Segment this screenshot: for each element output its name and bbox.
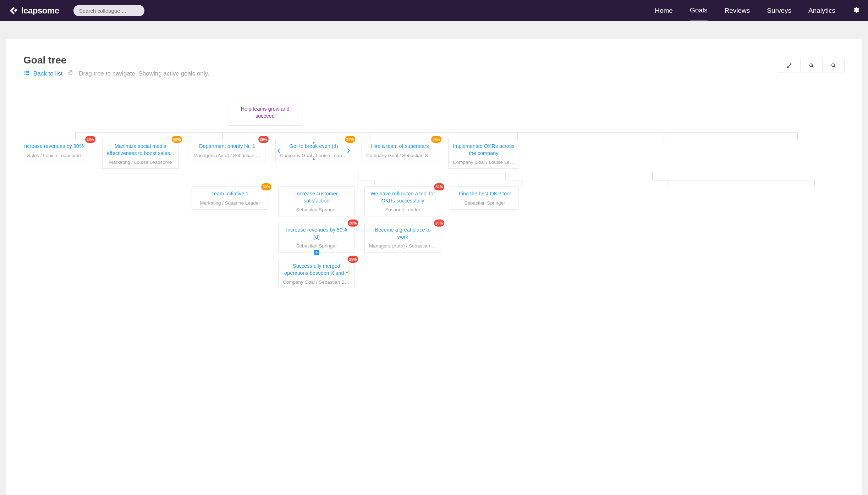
zoom-out-button[interactable] (822, 59, 844, 72)
list-icon (23, 69, 30, 78)
goal-title[interactable]: Hire a team of superstars (366, 143, 434, 150)
nav-goals[interactable]: Goals (690, 0, 708, 22)
progress-badge: 28% (348, 219, 358, 227)
back-to-list-link[interactable]: Back to list (23, 69, 62, 78)
goal-title[interactable]: ncrease revenues by 80% (23, 143, 88, 150)
main-panel: Goal tree Back to list Drag tree to navi… (6, 39, 862, 495)
back-to-list-label: Back to list (33, 70, 62, 77)
goal-node[interactable]: 32% We have roll-outed a tool for OKRs s… (364, 187, 441, 216)
page-title: Goal tree (23, 55, 845, 66)
page-subheader: Back to list Drag tree to navigate. Show… (23, 69, 845, 78)
goal-node[interactable]: 25% Successfully merged operations betwe… (278, 259, 355, 286)
progress-badge: 25% (348, 256, 358, 263)
goal-title[interactable]: Team Initiative 1 (196, 190, 264, 198)
progress-badge: 35% (431, 136, 441, 143)
goal-node[interactable]: 50% Team Initiative 1 Marketing / Susann… (192, 187, 268, 210)
search-input[interactable] (73, 5, 144, 16)
fullscreen-icon (786, 63, 792, 68)
goal-meta: Company Goal / Sebastian Springer (366, 153, 434, 158)
goal-meta: Company Goal / Louise Leapso (453, 160, 515, 165)
chevron-right-icon[interactable]: ❯ (347, 148, 350, 153)
search-wrapper (73, 5, 144, 16)
progress-badge: 28% (85, 136, 95, 143)
goal-meta: Marketing / Susanne Leader (196, 200, 264, 206)
gear-icon (852, 6, 859, 13)
top-navbar: leapsome Home Goals Reviews Surveys Anal… (0, 0, 868, 21)
goal-node[interactable]: Implemented OKRs across the company Comp… (448, 139, 519, 169)
brand-logo[interactable]: leapsome (9, 6, 59, 16)
goal-node[interactable]: 28% Increase revenues by 80% (d) Sebasti… (278, 223, 355, 252)
progress-badge: 32% (434, 183, 444, 190)
page-hint: Drag tree to navigate. Showing active go… (79, 70, 209, 77)
goal-meta: Managers (Auto) / Sebastian Sprin... (369, 243, 436, 249)
goal-meta: Susanne Leader (369, 207, 436, 212)
chevron-up-icon[interactable]: ▴ (313, 156, 315, 161)
nav-reviews[interactable]: Reviews (725, 0, 750, 21)
goal-meta: Sebastian Springer (283, 207, 350, 212)
nav-analytics[interactable]: Analytics (808, 0, 835, 21)
settings-button[interactable] (852, 6, 859, 15)
zoom-out-icon (831, 63, 836, 68)
goal-title[interactable]: Department priority Nr. 1 (193, 143, 261, 150)
goal-node[interactable]: 35% Hire a team of superstars Company Go… (362, 139, 438, 162)
progress-badge: 20% (434, 219, 444, 227)
goal-meta: Sales / Louise Leapsome (23, 153, 88, 158)
progress-badge: 29% (258, 136, 269, 143)
zoom-in-button[interactable] (800, 59, 822, 72)
primary-nav: Home Goals Reviews Surveys Analytics (655, 0, 859, 22)
goal-title[interactable]: Help teams grow and succeed (232, 106, 298, 119)
progress-badge: 50% (261, 183, 271, 190)
nav-surveys[interactable]: Surveys (767, 0, 791, 21)
goal-node[interactable]: Increase customer satisfaction Sebastian… (278, 187, 355, 216)
goal-meta: Managers (Auto) / Sebastian Sprin... (193, 153, 261, 158)
goal-tree-canvas[interactable]: Help teams grow and succeed 28% ncrease … (23, 87, 845, 286)
chevron-left-icon[interactable]: ❮ (277, 148, 281, 153)
progress-badge: 37% (345, 136, 355, 143)
leapsome-icon (9, 6, 18, 16)
add-child-button[interactable]: + (314, 250, 319, 255)
goal-meta: Sebastian Springer (283, 243, 350, 249)
goal-meta: Marketing / Louise Leapsome (107, 160, 174, 165)
goal-title[interactable]: Implemented OKRs across the company (453, 143, 515, 157)
zoom-controls (778, 59, 845, 72)
hand-icon (67, 69, 74, 78)
goal-title[interactable]: Find the best OKR tool (456, 190, 514, 198)
goal-title[interactable]: Increase revenues by 80% (d) (283, 227, 350, 240)
goal-node[interactable]: Find the best OKR tool Sebastian Springe… (451, 187, 518, 210)
goal-title[interactable]: Successfully merged operations between X… (283, 263, 350, 277)
goal-title[interactable]: We have roll-outed a tool for OKRs succe… (369, 190, 436, 204)
goal-node[interactable]: 37% ▾ ❮ ❯ ▴ Get to break even (d) Compan… (275, 139, 352, 162)
fullscreen-button[interactable] (778, 59, 800, 72)
brand-name: leapsome (21, 6, 59, 16)
goal-node[interactable]: 29% Department priority Nr. 1 Managers (… (189, 139, 265, 162)
chevron-down-icon[interactable]: ▾ (313, 140, 315, 145)
progress-badge: 58% (172, 136, 182, 143)
goal-root-node[interactable]: Help teams grow and succeed (228, 100, 302, 126)
goal-title[interactable]: Maximize social media effectiveness to b… (107, 143, 174, 157)
goal-title[interactable]: Become a great place to work (369, 227, 436, 240)
zoom-in-icon (809, 63, 814, 68)
goal-node[interactable]: 20% Become a great place to work Manager… (364, 223, 441, 252)
goal-node[interactable]: 58% Maximize social media effectiveness … (102, 139, 179, 169)
goal-meta: Company Goal / Sebastian Springer (283, 279, 350, 285)
goal-node[interactable]: 28% ncrease revenues by 80% Sales / Loui… (23, 139, 92, 162)
goal-title[interactable]: Increase customer satisfaction (283, 190, 350, 204)
nav-home[interactable]: Home (655, 0, 673, 21)
goal-meta: Sebastian Springer (456, 200, 514, 206)
